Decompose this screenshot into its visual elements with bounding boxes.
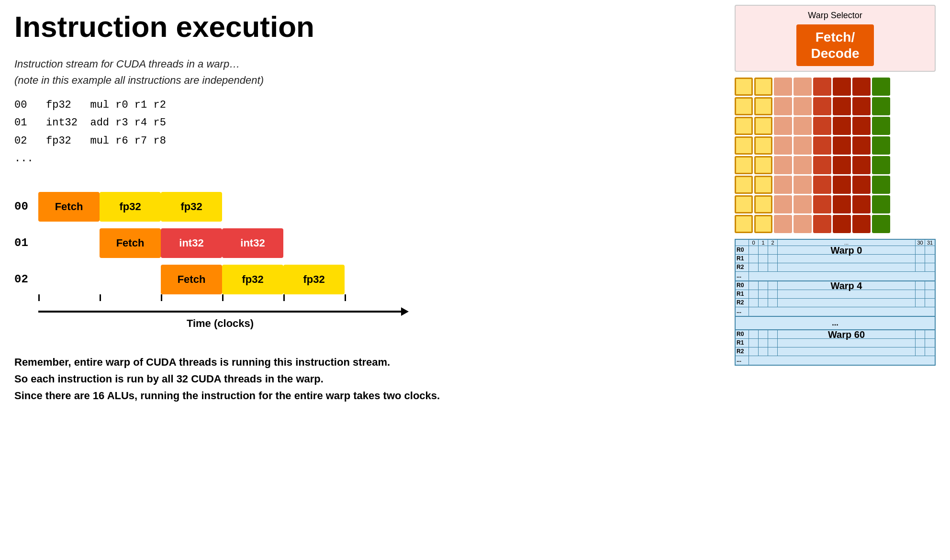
sq-s1 [774,78,792,96]
reg-header-blank [736,240,749,246]
tick-0 [38,294,100,301]
sq-y15 [735,215,753,233]
warp60-r2-c1 [759,347,768,356]
warp0-r0-row: R0 Warp 0 [736,246,935,255]
warp0-r1-row: R1 [736,255,935,263]
row-label-00: 00 [14,200,38,213]
warp0-r0-c31 [925,246,935,254]
warp60-r1-c0 [749,339,759,347]
warp4-dots-label: ... [736,307,749,316]
mid-dots-row: ... [736,317,935,330]
sq-mr8 [813,215,831,233]
warp4-r2-c0 [749,299,759,307]
warp-group-0: R0 Warp 0 R1 R2 [736,246,935,281]
sq-y12 [754,176,772,194]
warp60-r1-label: R1 [736,339,749,347]
row-label-01: 01 [14,236,38,249]
warp-squares-row-3 [735,117,936,135]
sq-mr3 [813,117,831,135]
warp60-r1-c2 [768,339,778,347]
sq-g3 [872,117,890,135]
warp4-r0-row: R0 Warp 4 [736,281,935,290]
sq-mr5 [813,156,831,174]
warp4-label: Warp 4 [831,280,862,291]
right-panel: Warp Selector Fetch/Decode [735,5,936,366]
timeline-row-02: 02 Fetch fp32 fp32 [14,265,445,294]
reg-col-hdr-2: 2 [768,240,778,246]
warp0-r0-c1 [759,246,768,254]
subtitle-line2: (note in this example all instructions a… [14,74,445,87]
sq-s7 [774,136,792,155]
warp4-r2-c2 [768,299,778,307]
warp60-r1-c31 [925,339,935,347]
sq-g7 [872,195,890,213]
warp0-r1-c31 [925,255,935,263]
warp4-name-cell: Warp 4 [778,281,916,290]
warp0-r0-label: R0 [736,246,749,254]
code-dots: ... [14,150,445,168]
tick-3 [222,294,283,301]
sq-y6 [754,117,772,135]
sq-dr11 [833,176,851,194]
warp0-dots-label: ... [736,272,749,280]
sq-mr7 [813,195,831,213]
code-block: 00 fp32 mul r0 r1 r2 01 int32 add r3 r4 … [14,96,445,168]
reg-col-hdr-1: 1 [759,240,768,246]
warp60-dots-cells [749,356,935,365]
warp0-r0-c2 [768,246,778,254]
warp0-r1-c2 [768,255,778,263]
sq-dr6 [852,117,871,135]
axis-line [38,311,402,313]
warp4-r0-c31 [925,281,935,290]
sq-s15 [774,215,792,233]
warp0-r2-c1 [759,263,768,271]
sq-y3 [735,97,753,115]
warp60-r1-c30 [916,339,925,347]
timeline-blocks-00: Fetch fp32 fp32 [38,192,222,222]
warp60-r2-label: R2 [736,347,749,356]
sq-s6 [794,117,812,135]
warp0-r2-middle [778,263,916,271]
sq-y9 [735,156,753,174]
warp60-r2-c30 [916,347,925,356]
warp4-r0-c30 [916,281,925,290]
spacer-01-0 [38,228,100,258]
warp0-r0-c30 [916,246,925,254]
warp-selector-box: Warp Selector Fetch/Decode [735,5,936,72]
sq-s9 [774,156,792,174]
warp0-r1-middle [778,255,916,263]
sq-dr2 [852,78,871,96]
reg-col-hdr-30: 30 [916,240,925,246]
code-line-1: 01 int32 add r3 r4 r5 [14,114,445,132]
code-line-2: 02 fp32 mul r6 r7 r8 [14,132,445,150]
sq-y8 [754,136,772,155]
sq-y2 [754,78,772,96]
warp0-name-cell: Warp 0 [778,246,916,254]
register-section: 0 1 2 ... 30 31 R0 Warp 0 R1 [735,239,936,366]
axis-label: Time (clocks) [38,317,402,330]
warp60-r1-row: R1 [736,339,935,347]
page-title: Instruction execution [14,10,445,44]
sq-dr16 [852,215,871,233]
warp4-r2-label: R2 [736,299,749,307]
fetch-decode-box: Fetch/Decode [796,24,873,66]
left-panel: Instruction execution Instruction stream… [14,10,445,404]
spacer-02-0 [38,265,100,294]
code-line-0: 00 fp32 mul r0 r1 r2 [14,96,445,114]
sq-s14 [794,195,812,213]
warp60-r0-c31 [925,330,935,338]
warp4-r2-middle [778,299,916,307]
row-label-02: 02 [14,273,38,286]
bottom-text: Remember, entire warp of CUDA threads is… [14,354,445,404]
sq-s2 [794,78,812,96]
warp0-r2-row: R2 [736,263,935,272]
warp-selector-title: Warp Selector [740,11,930,21]
sq-dr15 [833,215,851,233]
warp60-dots-label: ... [736,356,749,365]
sq-g2 [872,97,890,115]
warp60-r1-middle [778,339,916,347]
warp4-r0-c0 [749,281,759,290]
timeline-blocks-01: Fetch int32 int32 [38,228,283,258]
bottom-line-0: Remember, entire warp of CUDA threads is… [14,354,445,370]
bottom-line-1: So each instruction is run by all 32 CUD… [14,370,445,387]
